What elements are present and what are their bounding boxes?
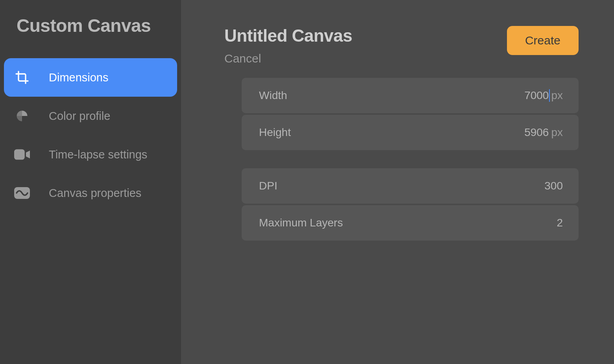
field-value: 5906 px bbox=[524, 126, 563, 139]
max-layers-value: 2 bbox=[557, 217, 563, 229]
main-panel: Untitled Canvas Cancel Create Width 7000… bbox=[181, 0, 614, 364]
height-unit: px bbox=[551, 126, 563, 139]
sidebar-item-label: Canvas properties bbox=[49, 187, 141, 200]
text-caret bbox=[549, 89, 550, 102]
sidebar-item-label: Time-lapse settings bbox=[49, 148, 147, 161]
palette-icon bbox=[13, 107, 31, 125]
svg-rect-0 bbox=[14, 149, 25, 160]
field-value: 7000 px bbox=[524, 89, 563, 102]
field-label: DPI bbox=[259, 180, 277, 192]
title-block: Untitled Canvas Cancel bbox=[224, 26, 352, 65]
field-label: Width bbox=[259, 89, 287, 102]
sidebar-item-label: Color profile bbox=[49, 110, 110, 123]
width-unit: px bbox=[551, 89, 563, 102]
cancel-button[interactable]: Cancel bbox=[224, 52, 352, 65]
width-value: 7000 bbox=[524, 89, 549, 102]
video-icon bbox=[13, 146, 31, 163]
width-field[interactable]: Width 7000 px bbox=[242, 78, 579, 113]
field-value: 2 bbox=[557, 217, 563, 229]
field-label: Maximum Layers bbox=[259, 217, 343, 229]
field-value: 300 bbox=[544, 180, 563, 192]
max-layers-field[interactable]: Maximum Layers 2 bbox=[242, 205, 579, 241]
dimensions-fields: Width 7000 px Height 5906 px DPI 300 Max… bbox=[242, 78, 579, 241]
wave-icon bbox=[13, 184, 31, 202]
height-field[interactable]: Height 5906 px bbox=[242, 115, 579, 150]
header-row: Untitled Canvas Cancel Create bbox=[224, 26, 579, 65]
sidebar-item-time-lapse[interactable]: Time-lapse settings bbox=[4, 135, 177, 174]
sidebar: Custom Canvas Dimensions Color profile bbox=[0, 0, 181, 364]
sidebar-item-dimensions[interactable]: Dimensions bbox=[4, 58, 177, 97]
sidebar-item-label: Dimensions bbox=[49, 71, 109, 84]
height-value: 5906 bbox=[524, 126, 549, 139]
sidebar-item-color-profile[interactable]: Color profile bbox=[4, 97, 177, 135]
dpi-value: 300 bbox=[544, 180, 563, 192]
sidebar-item-canvas-properties[interactable]: Canvas properties bbox=[4, 174, 177, 212]
field-label: Height bbox=[259, 126, 291, 139]
canvas-title[interactable]: Untitled Canvas bbox=[224, 26, 352, 46]
dpi-field[interactable]: DPI 300 bbox=[242, 168, 579, 204]
create-button[interactable]: Create bbox=[507, 26, 579, 55]
sidebar-title: Custom Canvas bbox=[17, 15, 177, 36]
crop-icon bbox=[13, 69, 31, 86]
